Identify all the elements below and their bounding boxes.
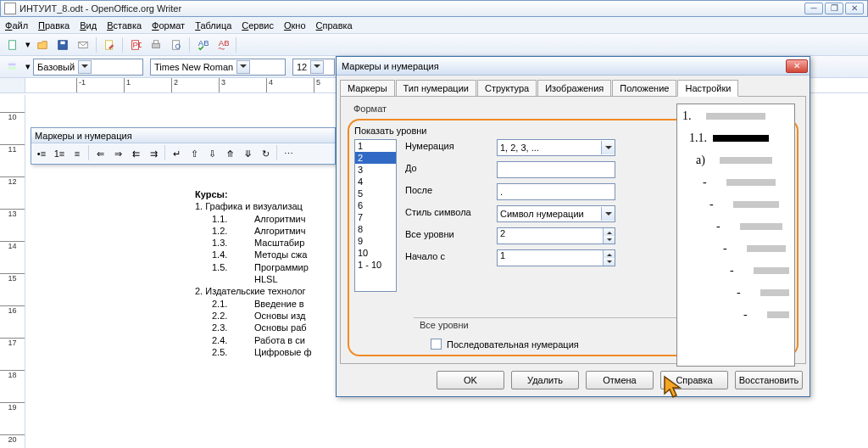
doc-line: 2.4.Работа в си <box>212 334 312 346</box>
ok-button[interactable]: OK <box>437 371 504 389</box>
spin-up-icon[interactable] <box>604 250 615 258</box>
chevron-down-icon[interactable] <box>310 60 324 74</box>
open-button[interactable] <box>33 36 52 54</box>
paragraph-style-combo[interactable]: Базовый <box>33 59 143 76</box>
minimize-button[interactable]: ─ <box>804 3 823 14</box>
level-item[interactable]: 8 <box>355 223 396 235</box>
bullets-on-button[interactable]: •≡ <box>33 145 50 162</box>
level-item[interactable]: 1 - 10 <box>355 259 396 271</box>
spellcheck-button[interactable]: ABC <box>193 36 212 54</box>
chevron-down-icon[interactable] <box>601 141 615 154</box>
seq-numbering-checkbox[interactable] <box>431 339 442 350</box>
menu-Формат[interactable]: Формат <box>152 20 185 31</box>
preview-pane: 1.1.1.a)------- <box>676 104 795 367</box>
chevron-down-icon[interactable] <box>601 207 615 221</box>
before-input[interactable] <box>497 161 615 178</box>
preview-line: - <box>682 176 789 189</box>
svg-text:ABC: ABC <box>219 39 229 48</box>
level-item[interactable]: 5 <box>355 188 396 199</box>
chevron-down-icon[interactable] <box>78 60 92 74</box>
level-item[interactable]: 6 <box>355 199 396 211</box>
insert-unnumbered-button[interactable]: ↵ <box>168 145 185 162</box>
save-button[interactable] <box>53 36 72 54</box>
help-button[interactable]: Справка <box>660 371 728 389</box>
doc-line: 1.5.Программир <box>212 261 312 273</box>
level-item[interactable]: 10 <box>355 247 396 259</box>
menu-Таблица[interactable]: Таблица <box>195 20 231 31</box>
dialog-titlebar[interactable]: Маркеры и нумерация ✕ <box>337 57 810 76</box>
tab-0[interactable]: Маркеры <box>340 80 395 97</box>
spin-down-icon[interactable] <box>604 236 615 244</box>
edit-button[interactable] <box>100 36 119 54</box>
level-item[interactable]: 9 <box>355 235 396 247</box>
svg-text:ABC: ABC <box>198 39 209 48</box>
move-up-button[interactable]: ⇧ <box>186 145 203 162</box>
move-down-sub-button[interactable]: ⤋ <box>239 145 256 162</box>
tab-2[interactable]: Структура <box>477 80 537 97</box>
tab-5[interactable]: Настройки <box>677 80 738 97</box>
level-item[interactable]: 7 <box>355 211 396 223</box>
styles-button[interactable] <box>3 58 22 76</box>
new-doc-button[interactable] <box>3 36 22 54</box>
menu-Вставка[interactable]: Вставка <box>107 20 142 31</box>
numbering-combo[interactable]: 1, 2, 3, ... <box>497 139 615 156</box>
chevron-down-icon[interactable] <box>236 60 250 74</box>
export-pdf-button[interactable]: PDF <box>126 36 145 54</box>
numbering-on-button[interactable]: 1≡ <box>51 145 68 162</box>
vertical-ruler[interactable]: 1011121314151617181920 <box>0 95 25 448</box>
level-list[interactable]: 123456789101 - 10 <box>354 139 397 292</box>
float-toolbar-title[interactable]: Маркеры и нумерация <box>31 128 335 143</box>
alllevels-spin[interactable]: 2 <box>497 227 615 244</box>
menu-Файл[interactable]: Файл <box>5 20 28 31</box>
font-name-combo[interactable]: Times New Roman <box>150 59 286 76</box>
level-item[interactable]: 4 <box>355 176 396 188</box>
print-preview-button[interactable] <box>167 36 186 54</box>
autospell-button[interactable]: ABC <box>214 36 232 54</box>
spin-up-icon[interactable] <box>604 228 615 236</box>
doc-line: 2.1.Введение в <box>212 298 312 310</box>
close-button[interactable]: ✕ <box>845 3 864 14</box>
charstyle-combo[interactable]: Символ нумерации <box>497 205 615 222</box>
menu-Вид[interactable]: Вид <box>80 20 97 31</box>
menu-Сервис[interactable]: Сервис <box>242 20 274 31</box>
svg-rect-7 <box>153 43 160 48</box>
email-button[interactable] <box>74 36 92 54</box>
delete-button[interactable]: Удалить <box>511 371 579 389</box>
spin-down-icon[interactable] <box>604 258 615 266</box>
start-spin[interactable]: 1 <box>497 249 615 266</box>
move-down-button[interactable]: ⇩ <box>203 145 220 162</box>
demote-sub-button[interactable]: ⇉ <box>145 145 162 162</box>
font-size-combo[interactable]: 12 <box>292 59 335 76</box>
doc-line: 1. Графика и визуализац <box>195 200 312 212</box>
cancel-button[interactable]: Отмена <box>586 371 654 389</box>
styles-dropdown[interactable]: ▾ <box>24 61 31 72</box>
move-up-sub-button[interactable]: ⤊ <box>221 145 238 162</box>
doc-line: 2.2.Основы изд <box>212 310 312 322</box>
menubar: ФайлПравкаВидВставкаФорматТаблицаСервисО… <box>0 17 868 34</box>
demote-level-button[interactable]: ⇒ <box>109 145 126 162</box>
level-item[interactable]: 3 <box>355 164 396 176</box>
reset-button[interactable]: Восстановить <box>735 371 803 389</box>
bullets-dialog-button[interactable]: ⋯ <box>280 145 297 162</box>
dialog-close-button[interactable]: ✕ <box>786 59 808 73</box>
promote-level-button[interactable]: ⇐ <box>92 145 108 162</box>
menu-Окно[interactable]: Окно <box>284 20 306 31</box>
level-item[interactable]: 1 <box>355 140 396 152</box>
preview-line: - <box>682 198 789 211</box>
restart-numbering-button[interactable]: ↻ <box>257 145 274 162</box>
tab-3[interactable]: Изображения <box>537 80 611 97</box>
new-doc-dropdown[interactable]: ▾ <box>24 39 31 50</box>
print-button[interactable] <box>147 36 165 54</box>
after-input[interactable] <box>497 183 615 200</box>
numbering-off-button[interactable]: ≡ <box>69 145 86 162</box>
start-label: Начало с <box>405 249 490 266</box>
menu-Справка[interactable]: Справка <box>316 20 353 31</box>
tab-4[interactable]: Положение <box>612 80 676 97</box>
bullets-numbering-toolbar[interactable]: Маркеры и нумерация •≡ 1≡ ≡ ⇐ ⇒ ⇇ ⇉ ↵ ⇧ … <box>31 127 336 165</box>
promote-sub-button[interactable]: ⇇ <box>127 145 144 162</box>
level-item[interactable]: 2 <box>355 152 396 164</box>
restore-button[interactable]: ❐ <box>825 3 843 14</box>
menu-Правка[interactable]: Правка <box>38 20 70 31</box>
numbering-label: Нумерация <box>405 139 490 156</box>
tab-1[interactable]: Тип нумерации <box>396 80 476 97</box>
